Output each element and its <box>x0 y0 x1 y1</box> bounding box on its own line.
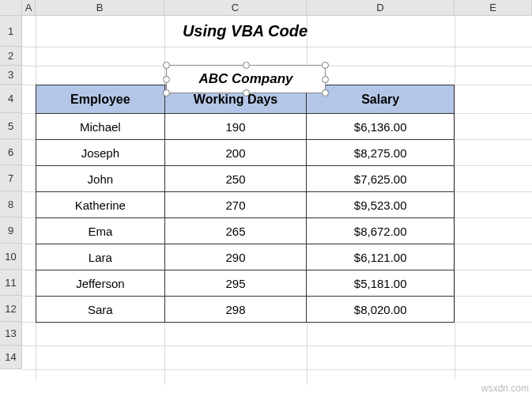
resize-handle-top-middle[interactable] <box>243 62 250 69</box>
row-header-11[interactable]: 11 <box>0 270 22 296</box>
page-title: Using VBA Code <box>36 16 455 47</box>
resize-handle-top-left[interactable] <box>163 62 170 69</box>
table-row: Jefferson 295 $5,181.00 <box>36 270 455 297</box>
row-header-7[interactable]: 7 <box>0 165 22 191</box>
table-row: Lara 290 $6,121.00 <box>36 244 455 270</box>
table-row: Joseph 200 $8,275.00 <box>36 140 455 166</box>
cell-working-days[interactable]: 200 <box>164 140 307 166</box>
cell-salary[interactable]: $7,625.00 <box>307 166 455 192</box>
table-row: Michael 190 $6,136.00 <box>36 114 455 140</box>
row-header-13[interactable]: 13 <box>0 322 22 346</box>
cell-employee[interactable]: Joseph <box>36 140 165 166</box>
grid: A B C D E <box>22 0 532 369</box>
cell-working-days[interactable]: 270 <box>164 192 307 218</box>
cell-employee[interactable]: Jefferson <box>36 270 165 297</box>
cell-employee[interactable]: John <box>36 166 165 192</box>
text-box-content: ABC Company <box>198 71 292 87</box>
header-salary[interactable]: Salary <box>307 85 455 114</box>
cell-salary[interactable]: $9,523.00 <box>307 192 455 218</box>
cell-salary[interactable]: $6,136.00 <box>307 114 455 140</box>
table-row: Sara 298 $8,020.00 <box>36 297 455 323</box>
watermark: wsxdn.com <box>481 383 529 394</box>
column-header-c[interactable]: C <box>164 0 307 16</box>
column-header-b[interactable]: B <box>36 0 164 16</box>
column-header-d[interactable]: D <box>307 0 455 16</box>
cell-employee[interactable]: Michael <box>36 114 165 140</box>
cell-working-days[interactable]: 250 <box>164 166 307 192</box>
row-header-12[interactable]: 12 <box>0 296 22 322</box>
column-headers: A B C D E <box>22 0 532 16</box>
table-row: John 250 $7,625.00 <box>36 166 455 192</box>
resize-handle-middle-left[interactable] <box>163 76 170 83</box>
header-employee[interactable]: Employee <box>36 85 165 114</box>
row-header-8[interactable]: 8 <box>0 191 22 217</box>
resize-handle-bottom-left[interactable] <box>163 89 170 96</box>
cell-employee[interactable]: Ema <box>36 218 165 244</box>
column-header-a[interactable]: A <box>22 0 36 16</box>
resize-handle-bottom-middle[interactable] <box>243 89 250 96</box>
cell-salary[interactable]: $5,181.00 <box>307 270 455 297</box>
cell-employee[interactable]: Katherine <box>36 192 165 218</box>
spreadsheet: 1 2 3 4 5 6 7 8 9 10 11 12 13 14 A B C D… <box>0 0 532 369</box>
row-header-1[interactable]: 1 <box>0 16 22 47</box>
row-header-10[interactable]: 10 <box>0 244 22 270</box>
cell-working-days[interactable]: 295 <box>164 270 307 297</box>
column-header-e[interactable]: E <box>455 0 532 16</box>
cell-working-days[interactable]: 290 <box>164 244 307 270</box>
select-all-corner[interactable] <box>0 0 22 16</box>
row-headers: 1 2 3 4 5 6 7 8 9 10 11 12 13 14 <box>0 0 22 369</box>
cell-working-days[interactable]: 265 <box>164 218 307 244</box>
row-header-5[interactable]: 5 <box>0 113 22 139</box>
cell-salary[interactable]: $6,121.00 <box>307 244 455 270</box>
row-header-3[interactable]: 3 <box>0 66 22 85</box>
resize-handle-top-right[interactable] <box>322 62 329 69</box>
row-header-9[interactable]: 9 <box>0 217 22 244</box>
row-header-2[interactable]: 2 <box>0 47 22 66</box>
resize-handle-middle-right[interactable] <box>322 76 329 83</box>
row-header-6[interactable]: 6 <box>0 139 22 165</box>
cell-salary[interactable]: $8,275.00 <box>307 140 455 166</box>
table-row: Katherine 270 $9,523.00 <box>36 192 455 218</box>
row-header-4[interactable]: 4 <box>0 85 22 113</box>
table-row: Ema 265 $8,672.00 <box>36 218 455 244</box>
cell-working-days[interactable]: 298 <box>164 297 307 323</box>
cell-working-days[interactable]: 190 <box>164 114 307 140</box>
cell-salary[interactable]: $8,020.00 <box>307 297 455 323</box>
cell-employee[interactable]: Lara <box>36 244 165 270</box>
resize-handle-bottom-right[interactable] <box>322 89 329 96</box>
row-header-14[interactable]: 14 <box>0 346 22 369</box>
text-box[interactable]: ABC Company <box>166 65 326 93</box>
cell-salary[interactable]: $8,672.00 <box>307 218 455 244</box>
cell-employee[interactable]: Sara <box>36 297 165 323</box>
data-table: Employee Working Days Salary Michael 190… <box>36 85 455 323</box>
